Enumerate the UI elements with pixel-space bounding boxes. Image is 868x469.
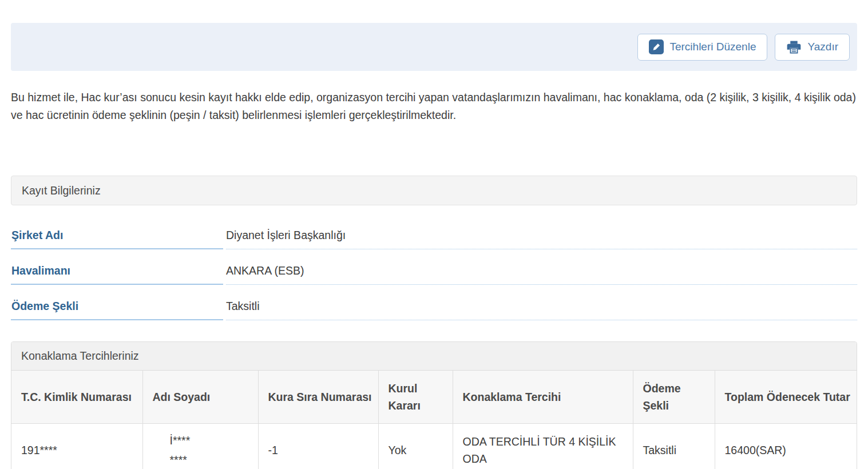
service-description: Bu hizmet ile, Hac kur’ası sonucu kesin … [11, 89, 857, 124]
col-header-konaklama-tercihi: Konaklama Tercihi [453, 371, 633, 424]
field-value: Diyanet İşleri Başkanlığı [226, 214, 857, 249]
cell-kura-sira: -1 [258, 424, 378, 469]
field-label: Havalimanı [11, 249, 223, 285]
hac-preferences-page: Tercihleri Düzenle Yazdır Bu hizmet ile,… [0, 0, 868, 469]
print-label: Yazdır [807, 41, 838, 53]
edit-preferences-button[interactable]: Tercihleri Düzenle [637, 34, 767, 61]
masked-name: İ**** **** [153, 431, 252, 469]
registration-section: Kayıt Bilgileriniz Şirket Adı Diyanet İş… [11, 176, 857, 320]
col-header-toplam-tutar: Toplam Ödenecek Tutar [715, 371, 857, 424]
field-label: Şirket Adı [11, 214, 223, 249]
field-value: Taksitli [226, 285, 857, 320]
edit-preferences-label: Tercihleri Düzenle [669, 41, 756, 53]
col-header-tc-kimlik: T.C. Kimlik Numarası [11, 371, 142, 424]
cell-kurul-karari: Yok [378, 424, 453, 469]
toolbar: Tercihleri Düzenle Yazdır [11, 23, 857, 71]
col-header-odeme-sekli: Ödeme Şekli [633, 371, 715, 424]
edit-pencil-icon [649, 39, 664, 54]
printer-icon [786, 40, 802, 54]
accommodation-panel: Konaklama Tercihleriniz T.C. Kimlik Numa… [11, 341, 857, 469]
col-header-kurul-karari: Kurul Kararı [378, 371, 453, 424]
registration-section-title: Kayıt Bilgileriniz [11, 176, 857, 205]
col-header-adi-soyadi: Adı Soyadı [142, 371, 258, 424]
field-label: Ödeme Şekli [11, 285, 223, 320]
cell-adi-soyadi: İ**** **** [142, 424, 258, 469]
field-value: ANKARA (ESB) [226, 249, 857, 285]
table-row: 191**** İ**** **** -1 Yok ODA TERCİHLİ T… [11, 424, 857, 469]
print-button[interactable]: Yazdır [775, 34, 850, 61]
field-row-havalimani: Havalimanı ANKARA (ESB) [11, 249, 857, 285]
cell-odeme-sekli: Taksitli [633, 424, 715, 469]
cell-konaklama-tercihi: ODA TERCİHLİ TÜR 4 KİŞİLİK ODA [453, 424, 633, 469]
field-row-odeme-sekli: Ödeme Şekli Taksitli [11, 285, 857, 320]
accommodation-section: Konaklama Tercihleriniz T.C. Kimlik Numa… [11, 341, 857, 469]
field-row-sirket-adi: Şirket Adı Diyanet İşleri Başkanlığı [11, 214, 857, 249]
cell-tc-no: 191**** [11, 424, 142, 469]
cell-toplam-tutar: 16400(SAR) [715, 424, 857, 469]
table-header-row: T.C. Kimlik Numarası Adı Soyadı Kura Sır… [11, 371, 857, 424]
masked-name-line1: İ**** [170, 431, 252, 450]
registration-fields: Şirket Adı Diyanet İşleri Başkanlığı Hav… [11, 214, 857, 320]
accommodation-section-title: Konaklama Tercihleriniz [11, 342, 857, 371]
col-header-kura-sira: Kura Sıra Numarası [258, 371, 378, 424]
masked-name-line2: **** [170, 450, 252, 469]
accommodation-table: T.C. Kimlik Numarası Adı Soyadı Kura Sır… [11, 371, 857, 469]
